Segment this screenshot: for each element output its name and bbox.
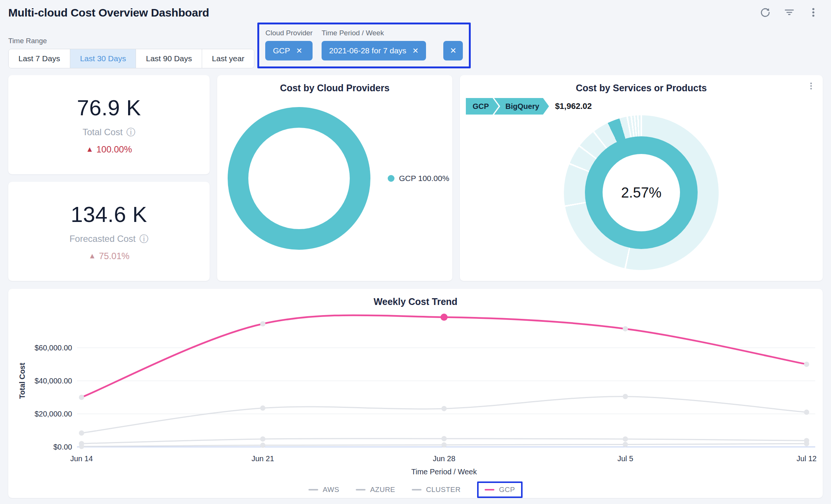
kebab-icon bbox=[808, 7, 819, 19]
cost-by-services-card: Cost by Services or Products GCP BigQuer… bbox=[460, 75, 823, 281]
info-icon[interactable]: ⓘ bbox=[126, 128, 135, 137]
providers-legend-item[interactable]: GCP 100.00% bbox=[388, 174, 449, 183]
info-icon[interactable]: ⓘ bbox=[139, 234, 148, 243]
breadcrumb-amount: $1,962.02 bbox=[555, 101, 592, 111]
time-range-option-last-7-days[interactable]: Last 7 Days bbox=[9, 49, 70, 68]
applied-filters-annotation-box: Cloud Provider GCP ✕ Time Period / Week … bbox=[257, 23, 471, 68]
card-menu-button[interactable] bbox=[806, 81, 816, 92]
svg-text:Jun 28: Jun 28 bbox=[433, 454, 455, 463]
svg-text:Jul 12: Jul 12 bbox=[796, 454, 816, 463]
legend-item-gcp[interactable]: GCP bbox=[477, 481, 523, 498]
time-period-chip[interactable]: 2021-06-28 for 7 days ✕ bbox=[322, 41, 426, 60]
sunburst-center-label: 2.57% bbox=[603, 154, 680, 231]
weekly-cost-trend-card: Weekly Cost Trend $0.00$20,000.00$40,000… bbox=[8, 289, 823, 498]
donut-hole bbox=[248, 128, 350, 229]
cloud-provider-chip[interactable]: GCP ✕ bbox=[265, 41, 313, 60]
drilldown-breadcrumb: GCP BigQuery $1,962.02 bbox=[466, 98, 823, 115]
services-sunburst-chart[interactable]: 2.57% bbox=[564, 115, 719, 270]
legend-label: CLUSTER bbox=[426, 486, 461, 494]
svg-text:$40,000.00: $40,000.00 bbox=[35, 377, 72, 385]
time-range-label: Time Range bbox=[8, 37, 254, 45]
cloud-provider-filter: Cloud Provider GCP ✕ bbox=[265, 29, 313, 60]
legend-label: GCP bbox=[499, 486, 515, 494]
stats-column: 76.9 K Total Cost ⓘ ▲ 100.00% 134.6 K Fo… bbox=[8, 75, 210, 281]
close-icon[interactable]: ✕ bbox=[296, 47, 302, 54]
svg-text:Jun 14: Jun 14 bbox=[70, 454, 93, 463]
time-period-filter: Time Period / Week 2021-06-28 for 7 days… bbox=[322, 29, 426, 60]
forecasted-cost-value: 134.6 K bbox=[71, 202, 147, 227]
cloud-provider-label: Cloud Provider bbox=[265, 29, 313, 37]
time-range-group: Time Range Last 7 Days Last 30 Days Last… bbox=[8, 37, 254, 68]
legend-dot bbox=[388, 175, 394, 182]
cloud-provider-chip-value: GCP bbox=[273, 46, 290, 55]
svg-text:Jun 21: Jun 21 bbox=[251, 454, 274, 463]
providers-chart-title: Cost by Cloud Providers bbox=[217, 83, 452, 94]
header: Multi-cloud Cost Overview Dashboard bbox=[8, 4, 823, 22]
legend-item-cluster[interactable]: CLUSTER bbox=[412, 486, 461, 494]
time-range-segmented-control: Last 7 Days Last 30 Days Last 90 Days La… bbox=[8, 49, 254, 68]
time-range-option-last-30-days[interactable]: Last 30 Days bbox=[70, 49, 136, 68]
time-period-chip-value: 2021-06-28 for 7 days bbox=[329, 46, 406, 55]
close-icon[interactable]: ✕ bbox=[412, 47, 419, 54]
legend-dash bbox=[356, 489, 366, 490]
legend-item-azure[interactable]: AZURE bbox=[356, 486, 395, 494]
time-period-label: Time Period / Week bbox=[322, 29, 426, 37]
more-options-button[interactable] bbox=[808, 7, 819, 19]
time-range-option-last-year[interactable]: Last year bbox=[202, 49, 254, 68]
total-cost-label: Total Cost bbox=[83, 127, 123, 137]
trend-x-axis-label: Time Period / Week bbox=[37, 468, 831, 476]
filter-icon bbox=[784, 7, 795, 19]
legend-label: AZURE bbox=[370, 486, 395, 494]
legend-dash bbox=[308, 489, 318, 490]
dashboard-page: Multi-cloud Cost Overview Dashboard bbox=[0, 0, 831, 504]
filter-button[interactable] bbox=[784, 7, 795, 19]
trend-chart-title: Weekly Cost Trend bbox=[8, 296, 823, 307]
triangle-up-icon: ▲ bbox=[88, 252, 96, 260]
kebab-icon bbox=[806, 81, 816, 92]
clear-all-filters-button[interactable]: ✕ bbox=[443, 41, 463, 60]
forecasted-cost-delta: ▲ 75.01% bbox=[88, 251, 129, 261]
filter-bar: Time Range Last 7 Days Last 30 Days Last… bbox=[8, 23, 823, 68]
cost-by-cloud-providers-card: Cost by Cloud Providers GCP 100.00% bbox=[217, 75, 452, 281]
page-title: Multi-cloud Cost Overview Dashboard bbox=[8, 6, 209, 19]
triangle-up-icon: ▲ bbox=[86, 145, 94, 154]
legend-dash bbox=[485, 489, 494, 490]
total-cost-delta: ▲ 100.00% bbox=[86, 144, 132, 155]
time-range-option-last-90-days[interactable]: Last 90 Days bbox=[136, 49, 202, 68]
legend-label: AWS bbox=[323, 486, 339, 494]
providers-donut-chart[interactable] bbox=[228, 107, 370, 250]
forecasted-cost-label: Forecasted Cost bbox=[70, 234, 136, 244]
svg-text:$0.00: $0.00 bbox=[53, 443, 72, 451]
weekly-cost-trend-chart[interactable]: $0.00$20,000.00$40,000.00$60,000.00Total… bbox=[8, 309, 823, 477]
legend-label: GCP 100.00% bbox=[399, 174, 449, 183]
svg-text:Total Cost: Total Cost bbox=[18, 363, 26, 399]
services-chart-title: Cost by Services or Products bbox=[460, 83, 823, 94]
refresh-button[interactable] bbox=[760, 7, 771, 19]
total-cost-value: 76.9 K bbox=[77, 95, 141, 120]
svg-text:$20,000.00: $20,000.00 bbox=[35, 410, 72, 418]
total-cost-card: 76.9 K Total Cost ⓘ ▲ 100.00% bbox=[8, 75, 210, 174]
header-actions bbox=[760, 7, 823, 19]
summary-row: 76.9 K Total Cost ⓘ ▲ 100.00% 134.6 K Fo… bbox=[8, 75, 823, 281]
legend-item-aws[interactable]: AWS bbox=[308, 486, 339, 494]
trend-legend: AWSAZURECLUSTERGCP bbox=[8, 481, 823, 498]
forecasted-cost-card: 134.6 K Forecasted Cost ⓘ ▲ 75.01% bbox=[8, 182, 210, 281]
breadcrumb-item-bigquery[interactable]: BigQuery bbox=[494, 98, 549, 115]
breadcrumb-item-gcp[interactable]: GCP bbox=[466, 98, 499, 115]
svg-text:Jul 5: Jul 5 bbox=[617, 454, 633, 463]
legend-dash bbox=[412, 489, 422, 490]
svg-text:$60,000.00: $60,000.00 bbox=[35, 344, 72, 352]
refresh-icon bbox=[760, 7, 771, 19]
